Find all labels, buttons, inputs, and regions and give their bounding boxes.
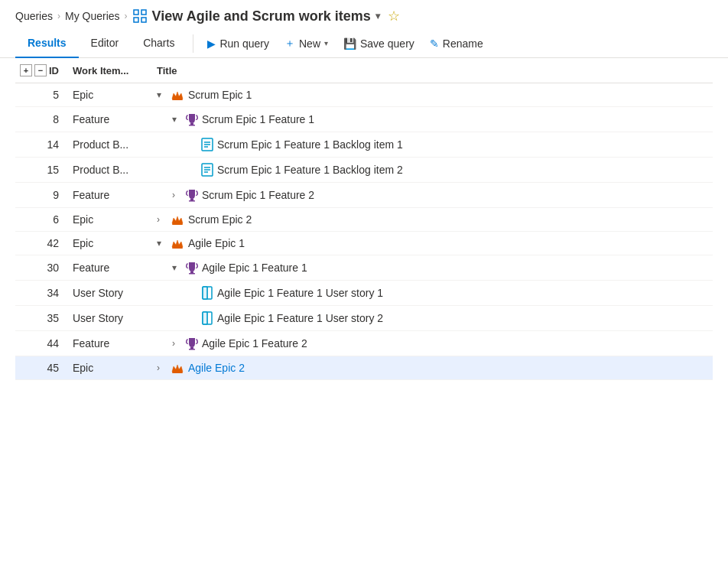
- new-icon: ＋: [284, 37, 295, 50]
- work-item-icon: [201, 138, 217, 151]
- collapse-all-button[interactable]: −: [34, 64, 47, 76]
- col-id-label: ID: [49, 65, 59, 76]
- col-header-id: + − ID: [15, 58, 68, 83]
- svg-rect-4: [172, 99, 183, 100]
- page-title: View Agile and Scrum work items: [152, 8, 371, 24]
- cell-title[interactable]: ▾ Scrum Epic 1 Feature 1: [152, 107, 713, 132]
- cell-id: 35: [15, 306, 68, 331]
- cell-title[interactable]: › Scrum Epic 1 Feature 2: [152, 183, 713, 208]
- cell-id: 45: [15, 356, 68, 380]
- table-row[interactable]: 44Feature› Agile Epic 1 Feature 2: [15, 331, 713, 356]
- cell-title[interactable]: ▾ Agile Epic 1 Feature 1: [152, 255, 713, 281]
- table-row[interactable]: 9Feature› Scrum Epic 1 Feature 2: [15, 183, 713, 208]
- cell-title[interactable]: › Agile Epic 1 Feature 2: [152, 331, 713, 356]
- svg-rect-5: [190, 123, 193, 125]
- svg-rect-15: [190, 199, 193, 200]
- work-item-title: Agile Epic 1 Feature 1: [202, 262, 307, 274]
- tree-chevron-icon[interactable]: ▾: [172, 114, 183, 125]
- toolbar-divider-1: [193, 34, 193, 53]
- cell-id: 44: [15, 331, 68, 356]
- cell-id: 42: [15, 232, 68, 255]
- cell-type: Product B...: [68, 158, 152, 183]
- tree-chevron-icon[interactable]: ›: [157, 363, 167, 373]
- cell-type: Feature: [68, 183, 152, 208]
- favorite-button[interactable]: ☆: [388, 8, 400, 24]
- work-item-title: Agile Epic 1 Feature 2: [202, 337, 307, 350]
- svg-rect-6: [189, 125, 195, 126]
- cell-id: 8: [15, 107, 68, 132]
- cell-title[interactable]: Agile Epic 1 Feature 1 User story 1: [152, 281, 713, 306]
- new-button[interactable]: ＋ New ▾: [277, 32, 336, 55]
- table-row[interactable]: 5Epic▾ Scrum Epic 1: [15, 83, 713, 107]
- cell-title[interactable]: ▾ Scrum Epic 1: [152, 83, 713, 107]
- breadcrumb: Queries › My Queries › View Agile and Sc…: [0, 0, 728, 29]
- cell-type: Product B...: [68, 132, 152, 158]
- cell-type: Feature: [68, 107, 152, 132]
- tree-chevron-icon[interactable]: ▾: [172, 262, 183, 273]
- tree-chevron-icon[interactable]: ▾: [157, 89, 167, 100]
- breadcrumb-my-queries[interactable]: My Queries: [65, 10, 120, 22]
- svg-rect-26: [203, 312, 207, 324]
- work-item-title: Scrum Epic 1 Feature 1 Backlog item 2: [217, 164, 403, 176]
- cell-title[interactable]: Scrum Epic 1 Feature 1 Backlog item 1: [152, 132, 713, 158]
- cell-type: Epic: [68, 232, 152, 255]
- work-item-title-link[interactable]: Agile Epic 2: [188, 362, 245, 374]
- tree-chevron-icon[interactable]: ›: [172, 338, 183, 349]
- table-row[interactable]: 34User Story Agile Epic 1 Feature 1 User…: [15, 281, 713, 306]
- cell-title[interactable]: Agile Epic 1 Feature 1 User story 2: [152, 306, 713, 331]
- table-row[interactable]: 35User Story Agile Epic 1 Feature 1 User…: [15, 306, 713, 331]
- work-item-title: Scrum Epic 1 Feature 2: [202, 189, 314, 201]
- cell-title[interactable]: › Scrum Epic 2: [152, 208, 713, 232]
- table-row[interactable]: 8Feature▾ Scrum Epic 1 Feature 1: [15, 107, 713, 132]
- col-title-label: Title: [157, 65, 177, 76]
- run-query-button[interactable]: ▶ Run query: [200, 33, 277, 54]
- rename-icon: ✎: [430, 37, 439, 50]
- cell-title[interactable]: Scrum Epic 1 Feature 1 Backlog item 2: [152, 158, 713, 183]
- table-row[interactable]: 42Epic▾ Agile Epic 1: [15, 232, 713, 255]
- col-type-label: Work Item...: [73, 65, 128, 76]
- tab-results[interactable]: Results: [15, 29, 79, 58]
- breadcrumb-queries[interactable]: Queries: [15, 10, 53, 22]
- expand-all-button[interactable]: +: [20, 64, 32, 76]
- save-query-button[interactable]: 💾 Save query: [336, 33, 422, 54]
- table-row[interactable]: 6Epic› Scrum Epic 2: [15, 208, 713, 232]
- svg-rect-19: [190, 271, 193, 273]
- work-item-icon: [171, 213, 188, 226]
- work-item-title: Agile Epic 1: [188, 237, 245, 249]
- work-item-title: Scrum Epic 1 Feature 1: [202, 113, 314, 125]
- cell-type: Epic: [68, 356, 152, 380]
- tree-chevron-icon[interactable]: ›: [157, 214, 167, 225]
- rename-label: Rename: [443, 37, 483, 50]
- svg-rect-28: [189, 349, 195, 350]
- cell-title[interactable]: › Agile Epic 2: [152, 356, 713, 380]
- cell-type: User Story: [68, 281, 152, 306]
- work-item-title: Scrum Epic 1: [188, 89, 252, 101]
- cell-type: Epic: [68, 208, 152, 232]
- work-item-icon: [201, 163, 217, 177]
- rename-button[interactable]: ✎ Rename: [422, 33, 491, 54]
- tree-chevron-icon[interactable]: ▾: [157, 238, 167, 249]
- title-dropdown-icon[interactable]: ▾: [375, 11, 380, 21]
- work-item-icon: [186, 261, 202, 275]
- results-table-container: + − ID Work Item... Title 5Epic▾ Scrum E…: [0, 58, 728, 380]
- table-row[interactable]: 14Product B... Scrum Epic 1 Feature 1 Ba…: [15, 132, 713, 158]
- breadcrumb-sep-1: ›: [57, 11, 60, 21]
- table-row[interactable]: 45Epic› Agile Epic 2: [15, 356, 713, 380]
- svg-rect-18: [172, 247, 183, 249]
- cell-id: 6: [15, 208, 68, 232]
- query-grid-icon: [132, 8, 148, 24]
- svg-rect-16: [189, 200, 195, 202]
- table-row[interactable]: 30Feature▾ Agile Epic 1 Feature 1: [15, 255, 713, 281]
- tab-charts[interactable]: Charts: [131, 29, 187, 58]
- tree-chevron-icon[interactable]: ›: [172, 190, 183, 200]
- work-item-title: Scrum Epic 2: [188, 213, 252, 226]
- tab-editor[interactable]: Editor: [79, 29, 132, 58]
- col-header-type: Work Item...: [68, 58, 152, 83]
- work-item-icon: [186, 337, 202, 350]
- cell-id: 30: [15, 255, 68, 281]
- work-item-title: Agile Epic 1 Feature 1 User story 2: [217, 312, 383, 324]
- table-row[interactable]: 15Product B... Scrum Epic 1 Feature 1 Ba…: [15, 158, 713, 183]
- cell-title[interactable]: ▾ Agile Epic 1: [152, 232, 713, 255]
- work-item-icon: [171, 237, 188, 249]
- new-label: New: [299, 37, 320, 50]
